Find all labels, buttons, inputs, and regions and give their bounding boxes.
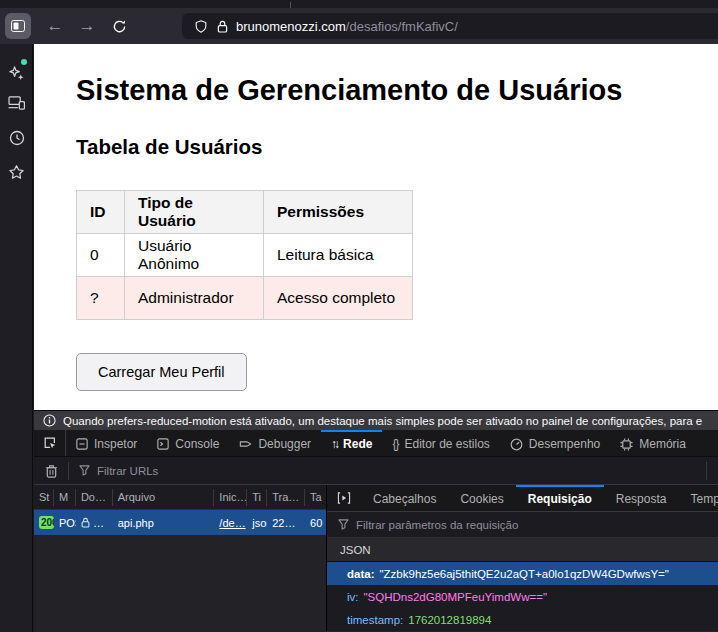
trash-icon bbox=[45, 464, 58, 478]
shield-icon[interactable] bbox=[194, 19, 208, 34]
inspector-icon bbox=[76, 438, 88, 450]
tab-memoria-label: Memória bbox=[639, 437, 686, 451]
load-profile-button[interactable]: Carregar Meu Perfil bbox=[76, 353, 247, 391]
param-row-data[interactable]: data: "Zzbk9hz5e6aj5thitQE2u2aQT+a0lo1qz… bbox=[327, 562, 718, 585]
tab-cabecalhos[interactable]: Cabeçalhos bbox=[361, 485, 448, 511]
col-header-permissoes: Permissões bbox=[264, 191, 413, 234]
param-key: data: bbox=[347, 568, 374, 580]
param-value: 1762012819894 bbox=[408, 614, 491, 626]
tab-requisicao-label: Requisição bbox=[528, 492, 592, 506]
tab-rede-label: Rede bbox=[343, 437, 372, 451]
col-size[interactable]: Ta bbox=[305, 489, 326, 506]
bookmarks-button[interactable] bbox=[0, 157, 33, 187]
browser-toolbar: ← → brunomenozzi.com/desafios/fmKafivC/ bbox=[0, 8, 718, 44]
col-file[interactable]: Arquivo bbox=[113, 489, 215, 506]
type-cell: json bbox=[247, 517, 267, 529]
devtools-notice-bar: Quando prefers-reduced-motion está ativa… bbox=[34, 410, 718, 430]
request-row-selected[interactable]: 200 POST … api.php /de… json bbox=[34, 510, 326, 535]
tab-resposta[interactable]: Resposta bbox=[604, 485, 679, 511]
page-subtitle: Tabela de Usuários bbox=[76, 135, 718, 159]
toolbar-divider bbox=[68, 462, 69, 480]
filter-request-params-input[interactable]: Filtrar parâmetros da requisição bbox=[327, 512, 718, 538]
tab-editor-label: Editor de estilos bbox=[404, 437, 489, 451]
back-button[interactable]: ← bbox=[39, 16, 71, 36]
status-badge: 200 bbox=[39, 516, 54, 529]
ai-chatbot-button[interactable] bbox=[0, 58, 33, 88]
tab-inspetor-label: Inspetor bbox=[94, 437, 137, 451]
reload-button[interactable] bbox=[103, 19, 135, 34]
tab-desempenho[interactable]: Desempenho bbox=[500, 430, 610, 456]
tab-cookies-label: Cookies bbox=[460, 492, 503, 506]
network-icon: ↑↓ bbox=[331, 437, 337, 451]
lock-icon bbox=[81, 517, 90, 528]
devtools-tab-bar: Inspetor Console Debugger ↑↓ Rede {} E bbox=[34, 430, 718, 457]
request-details-panel: Cabeçalhos Cookies Requisição Resposta T… bbox=[327, 485, 718, 631]
pick-element-button[interactable] bbox=[34, 430, 66, 456]
size-cell: 60 bbox=[305, 517, 326, 529]
tab-debugger-label: Debugger bbox=[258, 437, 311, 451]
initiator-cell: /de… bbox=[214, 517, 247, 529]
param-row-timestamp[interactable]: timestamp: 1762012819894 bbox=[327, 608, 718, 631]
tab-cookies[interactable]: Cookies bbox=[448, 485, 515, 511]
tab-tempos[interactable]: Tempos bbox=[678, 485, 718, 511]
col-header-id: ID bbox=[77, 191, 125, 234]
cell-id: ? bbox=[77, 277, 125, 320]
param-key: timestamp: bbox=[347, 614, 403, 626]
table-row-anonimo: 0 Usuário Anônimo Leitura básica bbox=[77, 234, 413, 277]
tab-rede[interactable]: ↑↓ Rede bbox=[321, 430, 382, 456]
request-list: St M Do… Arquivo Inic… Ti Tra… Ta 200 PO… bbox=[34, 485, 327, 631]
cell-tipo: Administrador bbox=[125, 277, 264, 320]
pick-element-icon bbox=[43, 436, 57, 450]
param-row-iv[interactable]: iv: "SQHDns2dG80MPFeuYimdWw==" bbox=[327, 585, 718, 608]
tab-strip bbox=[0, 0, 718, 8]
devices-icon bbox=[8, 96, 25, 110]
col-type[interactable]: Ti bbox=[247, 489, 267, 506]
col-method[interactable]: M bbox=[54, 489, 76, 506]
firefox-window: ← → brunomenozzi.com/desafios/fmKafivC/ bbox=[0, 0, 718, 632]
tab-debugger[interactable]: Debugger bbox=[229, 430, 321, 456]
console-icon bbox=[157, 438, 169, 450]
domain-cell: … bbox=[76, 517, 113, 529]
tab-inspetor[interactable]: Inspetor bbox=[66, 430, 147, 456]
debugger-icon bbox=[239, 438, 252, 450]
tab-requisicao[interactable]: Requisição bbox=[516, 485, 604, 511]
ai-status-dot bbox=[21, 59, 27, 65]
synced-tabs-button[interactable] bbox=[0, 88, 33, 118]
tab-editor-de-estilos[interactable]: {} Editor de estilos bbox=[382, 430, 499, 456]
json-section-header[interactable]: JSON bbox=[327, 538, 718, 562]
col-domain[interactable]: Do… bbox=[76, 489, 113, 506]
filter-urls-input[interactable]: Filtrar URLs bbox=[79, 465, 158, 477]
info-icon bbox=[43, 414, 56, 427]
forward-button[interactable]: → bbox=[71, 16, 103, 36]
url-text: brunomenozzi.com/desafios/fmKafivC/ bbox=[236, 19, 458, 34]
tab-console[interactable]: Console bbox=[147, 430, 229, 456]
clock-icon bbox=[9, 130, 25, 146]
funnel-icon bbox=[79, 465, 90, 476]
star-icon bbox=[8, 164, 25, 180]
param-value: "Zzbk9hz5e6aj5thitQE2u2aQT+a0lo1qzDW4GDw… bbox=[379, 568, 668, 580]
funnel-icon bbox=[338, 519, 349, 530]
col-initiator[interactable]: Inic… bbox=[214, 489, 247, 506]
block-requests-button[interactable] bbox=[327, 485, 361, 511]
network-body: St M Do… Arquivo Inic… Ti Tra… Ta 200 PO… bbox=[34, 485, 718, 631]
ai-sparkle-icon bbox=[8, 65, 25, 82]
sidebar-toggle-button[interactable] bbox=[5, 13, 31, 39]
history-button[interactable] bbox=[0, 123, 33, 153]
url-path: /desafios/fmKafivC/ bbox=[346, 19, 458, 34]
lock-icon[interactable] bbox=[217, 20, 228, 33]
col-status[interactable]: St bbox=[34, 489, 54, 506]
col-transferred[interactable]: Tra… bbox=[267, 489, 305, 506]
request-columns: St M Do… Arquivo Inic… Ti Tra… Ta bbox=[34, 485, 326, 510]
clear-requests-button[interactable] bbox=[34, 464, 68, 478]
tab-desempenho-label: Desempenho bbox=[529, 437, 600, 451]
cell-id: 0 bbox=[77, 234, 125, 277]
url-host: brunomenozzi.com bbox=[236, 19, 346, 34]
table-row-administrador: ? Administrador Acesso completo bbox=[77, 277, 413, 320]
url-bar[interactable]: brunomenozzi.com/desafios/fmKafivC/ bbox=[182, 13, 718, 39]
sidebar-icon bbox=[11, 20, 25, 32]
tab-memoria[interactable]: Memória bbox=[610, 430, 696, 456]
tab-console-label: Console bbox=[175, 437, 219, 451]
initiator-link[interactable]: /de… bbox=[219, 517, 245, 529]
reload-icon bbox=[112, 19, 127, 34]
param-value: "SQHDns2dG80MPFeuYimdWw==" bbox=[364, 591, 548, 603]
